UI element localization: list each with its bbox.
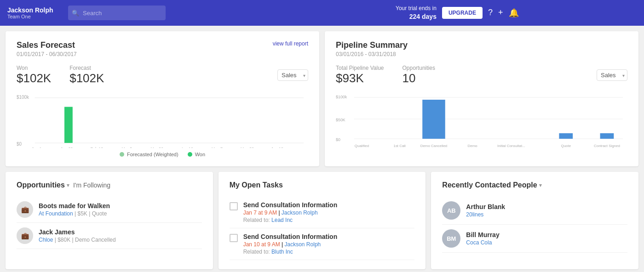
svg-rect-21 [559, 133, 573, 139]
people-section-title: Recently Contacted People ▾ [442, 181, 627, 189]
person-details-2: Bill Murray Coca Cola [466, 231, 499, 246]
task-checkbox-1[interactable] [230, 202, 238, 210]
opp-name-1: Boots made for Walken [39, 202, 110, 210]
task-content-2: Send Consultation Information Jan 10 at … [243, 233, 338, 255]
person-name-1: Arthur Blank [466, 203, 505, 210]
trial-days: 224 days [396, 12, 437, 22]
opportunity-item: 💼 Boots made for Walken At Foundation | … [17, 197, 202, 223]
pipeline-summary-card: Pipeline Summary 03/01/2016 - 03/31/2018… [325, 31, 638, 166]
trial-text: Your trial ends in [396, 5, 437, 12]
total-value-label: Total Pipeline Value [336, 65, 384, 71]
svg-text:$50K: $50K [336, 118, 345, 122]
svg-text:$100k: $100k [336, 95, 347, 99]
people-dropdown-icon[interactable]: ▾ [539, 182, 542, 188]
svg-text:May 7: May 7 [212, 147, 223, 148]
opp-amount-2: | $80K | Demo Cancelled [55, 237, 116, 243]
svg-text:Jan 22: Jan 22 [61, 147, 73, 148]
search-icon: 🔍 [72, 10, 79, 17]
forecast-chart-svg: $100k $0 Jan 1 Jan 22 Feb 12 Mar 5 Mar 2… [17, 93, 308, 148]
task-related-link-2[interactable]: Bluth Inc [271, 249, 293, 255]
people-title: Recently Contacted People [442, 181, 537, 189]
view-full-report-link[interactable]: view full report [273, 40, 308, 47]
tasks-title: My Open Tasks [230, 181, 283, 189]
forecast-metric: Forecast $102K [69, 65, 104, 85]
won-metric: Won $102K [17, 65, 51, 85]
sales-forecast-chart: $100k $0 Jan 1 Jan 22 Feb 12 Mar 5 Mar 2… [17, 93, 308, 148]
sales-dropdown-wrap: Sales ▾ [277, 69, 308, 81]
app-header: Jackson Rolph Team One 🔍 Your trial ends… [0, 0, 644, 26]
svg-text:1st Call: 1st Call [393, 144, 406, 148]
forecasted-label: Forecasted (Weighted) [127, 152, 178, 157]
won-label: Won [17, 65, 51, 71]
person-details-1: Arthur Blank 20lines [466, 203, 505, 218]
upgrade-button[interactable]: UPGRADE [442, 7, 483, 19]
opportunity-item-2: 💼 Jack James Chloe | $80K | Demo Cancell… [17, 223, 202, 249]
main-grid: Sales Forecast 01/01/2017 - 06/30/2017 v… [0, 26, 644, 172]
task-date-1: Jan 7 at 9 AM [243, 210, 277, 216]
people-card: Recently Contacted People ▾ AB Arthur Bl… [431, 172, 638, 269]
add-icon[interactable]: + [498, 8, 503, 17]
svg-text:Quote: Quote [561, 144, 571, 148]
forecasted-legend-item: Forecasted (Weighted) [120, 152, 178, 157]
help-icon[interactable]: ? [488, 8, 493, 17]
search-wrapper: 🔍 [68, 6, 390, 20]
svg-rect-4 [64, 107, 73, 143]
forecast-legend: Forecasted (Weighted) Won [17, 152, 308, 157]
task-related-1: Related to: Lead Inc [243, 217, 338, 223]
opportunities-card: Opportunities ▾ I'm Following 💼 Boots ma… [6, 172, 213, 269]
person-name-2: Bill Murray [466, 231, 499, 238]
sales-forecast-header: Sales Forecast 01/01/2017 - 06/30/2017 v… [17, 40, 308, 57]
total-value-metric: Total Pipeline Value $93K [336, 65, 384, 85]
pipeline-header: Pipeline Summary 03/01/2016 - 03/31/2018 [336, 40, 627, 57]
forecast-metrics: Won $102K Forecast $102K Sales ▾ [17, 65, 308, 85]
task-person-link-2[interactable]: Jackson Rolph [285, 241, 321, 248]
svg-text:Qualified: Qualified [355, 144, 369, 148]
opps-value: 10 [402, 71, 435, 85]
person-company-2[interactable]: Coca Cola [466, 239, 499, 246]
sales-dropdown[interactable]: Sales [277, 69, 308, 81]
tasks-list: Send Consultation Information Jan 7 at 9… [230, 197, 415, 260]
opp-details-1: Boots made for Walken At Foundation | $5… [39, 202, 110, 217]
sales-forecast-title-group: Sales Forecast 01/01/2017 - 06/30/2017 [17, 40, 77, 57]
team-name: Team One [7, 14, 63, 19]
header-right: Your trial ends in 224 days UPGRADE ? + … [396, 5, 519, 21]
task-checkbox-2[interactable] [230, 234, 238, 242]
won-legend-item: Won [188, 152, 205, 157]
avatar-2: BM [442, 229, 460, 248]
pipeline-dropdown[interactable]: Sales [597, 69, 627, 81]
task-person-link-1[interactable]: Jackson Rolph [282, 210, 318, 216]
task-related-link-1[interactable]: Lead Inc [271, 217, 293, 223]
person-company-1[interactable]: 20lines [466, 211, 505, 218]
search-input[interactable] [68, 6, 166, 20]
svg-text:Demo Cancelled: Demo Cancelled [420, 144, 448, 148]
notification-icon[interactable]: 🔔 [509, 8, 519, 18]
pipeline-chart: $100k $50K $0 Qualified 1st Call Demo Ca… [336, 93, 627, 148]
task-content-1: Send Consultation Information Jan 7 at 9… [243, 201, 338, 223]
trial-info: Your trial ends in 224 days [396, 5, 437, 21]
person-item-2: BM Bill Murray Coca Cola [442, 225, 627, 253]
won-dot [188, 152, 192, 157]
opp-name-2: Jack James [39, 228, 116, 236]
opp-meta-1: At Foundation | $5K | Quote [39, 210, 110, 217]
svg-text:May 28: May 28 [241, 147, 254, 148]
tasks-section-title: My Open Tasks [230, 181, 415, 189]
svg-text:$0: $0 [17, 141, 22, 147]
user-info[interactable]: Jackson Rolph Team One [7, 6, 63, 19]
task-title-1: Send Consultation Information [243, 201, 338, 209]
opps-label: Opportunities [402, 65, 435, 71]
won-legend-label: Won [195, 152, 205, 157]
opportunities-subtitle: I'm Following [73, 181, 110, 189]
pipeline-date: 03/01/2016 - 03/31/2018 [336, 51, 408, 57]
opp-company-link-2[interactable]: Chloe [39, 237, 53, 243]
bottom-row: Opportunities ▾ I'm Following 💼 Boots ma… [0, 172, 644, 272]
opportunities-dropdown-icon[interactable]: ▾ [67, 182, 69, 188]
forecast-value: $102K [69, 71, 104, 85]
opp-company-link-1[interactable]: At Foundation [39, 210, 73, 217]
opp-amount-1: | $5K | Quote [75, 210, 107, 217]
total-value: $93K [336, 71, 384, 85]
opportunities-title: Opportunities [17, 181, 65, 189]
won-value: $102K [17, 71, 51, 85]
people-list: AB Arthur Blank 20lines BM Bill Murray C… [442, 197, 627, 253]
avatar-1: AB [442, 201, 460, 220]
svg-text:Jan 1: Jan 1 [32, 147, 42, 148]
